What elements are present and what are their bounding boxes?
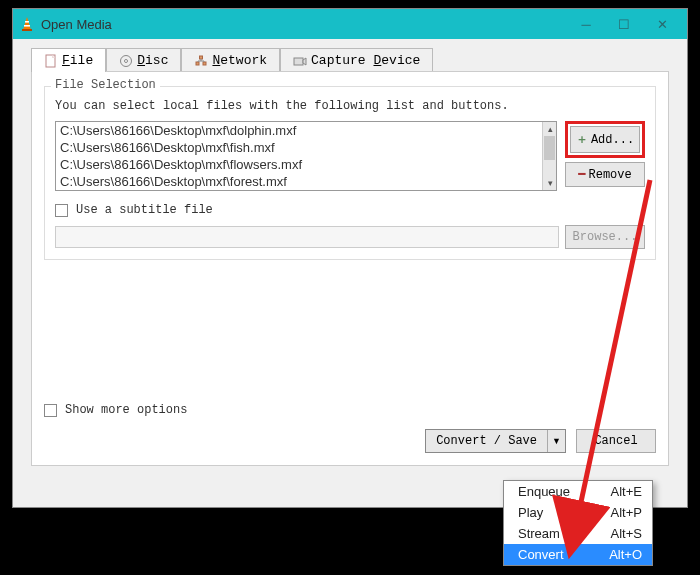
menu-item-shortcut: Alt+S — [611, 526, 642, 541]
menu-item-label: Play — [518, 505, 543, 520]
list-item[interactable]: C:\Users\86166\Desktop\mxf\fish.mxf — [56, 139, 542, 156]
scroll-up-icon[interactable]: ▴ — [543, 122, 557, 136]
convert-save-label: Convert / Save — [436, 434, 537, 448]
cancel-button-label: Cancel — [594, 434, 637, 448]
svg-point-7 — [125, 59, 128, 62]
tab-panel-file: File Selection You can select local file… — [31, 71, 669, 466]
menu-item-label: Enqueue — [518, 484, 570, 499]
minimize-button[interactable]: ─ — [567, 9, 605, 39]
browse-button: Browse... — [565, 225, 645, 249]
list-item[interactable]: C:\Users\86166\Desktop\mxf\flowsers.mxf — [56, 156, 542, 173]
scroll-thumb[interactable] — [544, 136, 555, 160]
subtitle-checkbox[interactable] — [55, 204, 68, 217]
svg-rect-2 — [25, 21, 29, 23]
file-list[interactable]: C:\Users\86166\Desktop\mxf\dolphin.mxf C… — [55, 121, 557, 191]
list-item[interactable]: C:\Users\86166\Desktop\mxf\forest.mxf — [56, 173, 542, 190]
menu-item-stream[interactable]: Stream Alt+S — [504, 523, 652, 544]
menu-item-enqueue[interactable]: Enqueue Alt+E — [504, 481, 652, 502]
remove-button[interactable]: ━ Remove — [565, 162, 645, 187]
tab-file-label: File — [62, 53, 93, 68]
file-selection-group: File Selection You can select local file… — [44, 86, 656, 260]
tab-capture[interactable]: Capture Device — [280, 48, 433, 72]
tab-disc[interactable]: Disc — [106, 48, 181, 72]
chevron-down-icon: ▼ — [552, 436, 561, 446]
menu-item-shortcut: Alt+E — [611, 484, 642, 499]
show-more-label: Show more options — [65, 403, 187, 417]
list-item[interactable]: C:\Users\86166\Desktop\mxf\dolphin.mxf — [56, 122, 542, 139]
convert-save-split-button: Convert / Save ▼ — [425, 429, 566, 453]
convert-save-button[interactable]: Convert / Save — [426, 430, 547, 452]
plus-icon: ＋ — [576, 131, 588, 148]
add-button[interactable]: ＋ Add... — [570, 126, 640, 153]
file-list-scrollbar[interactable]: ▴ ▾ — [542, 122, 556, 190]
tab-network-label: Network — [212, 53, 267, 68]
scroll-down-icon[interactable]: ▾ — [543, 176, 557, 190]
menu-item-convert[interactable]: Convert Alt+O — [504, 544, 652, 565]
vlc-cone-icon — [19, 16, 35, 32]
menu-item-play[interactable]: Play Alt+P — [504, 502, 652, 523]
tabs: File Disc Network Capture Device — [13, 39, 687, 71]
svg-rect-1 — [22, 29, 32, 31]
window-title: Open Media — [41, 17, 567, 32]
convert-save-menu: Enqueue Alt+E Play Alt+P Stream Alt+S Co… — [503, 480, 653, 566]
subtitle-label: Use a subtitle file — [76, 203, 213, 217]
tab-disc-label: Disc — [137, 53, 168, 68]
file-selection-legend: File Selection — [51, 78, 160, 92]
add-button-highlight: ＋ Add... — [565, 121, 645, 158]
svg-rect-8 — [196, 62, 199, 65]
file-icon — [44, 54, 58, 68]
titlebar: Open Media ─ ☐ ✕ — [13, 9, 687, 39]
tab-file[interactable]: File — [31, 48, 106, 72]
svg-rect-9 — [203, 62, 206, 65]
show-more-row: Show more options — [44, 403, 187, 417]
svg-rect-11 — [294, 58, 303, 65]
network-icon — [194, 54, 208, 68]
menu-item-label: Stream — [518, 526, 560, 541]
add-button-label: Add... — [591, 133, 634, 147]
menu-item-shortcut: Alt+O — [609, 547, 642, 562]
maximize-button[interactable]: ☐ — [605, 9, 643, 39]
tab-capture-label: Capture Device — [311, 53, 420, 68]
open-media-window: Open Media ─ ☐ ✕ File Disc Network — [12, 8, 688, 508]
tab-network[interactable]: Network — [181, 48, 280, 72]
convert-save-dropdown-arrow[interactable]: ▼ — [547, 430, 565, 452]
svg-marker-0 — [23, 17, 31, 30]
subtitle-path-input[interactable] — [55, 226, 559, 248]
svg-rect-10 — [200, 56, 203, 59]
cancel-button[interactable]: Cancel — [576, 429, 656, 453]
menu-item-shortcut: Alt+P — [611, 505, 642, 520]
show-more-checkbox[interactable] — [44, 404, 57, 417]
file-selection-hint: You can select local files with the foll… — [55, 99, 645, 113]
menu-item-label: Convert — [518, 547, 564, 562]
svg-rect-3 — [24, 25, 30, 27]
browse-button-label: Browse... — [573, 230, 638, 244]
disc-icon — [119, 54, 133, 68]
remove-button-label: Remove — [589, 168, 632, 182]
capture-icon — [293, 54, 307, 68]
minus-icon: ━ — [578, 167, 585, 182]
close-button[interactable]: ✕ — [643, 9, 681, 39]
